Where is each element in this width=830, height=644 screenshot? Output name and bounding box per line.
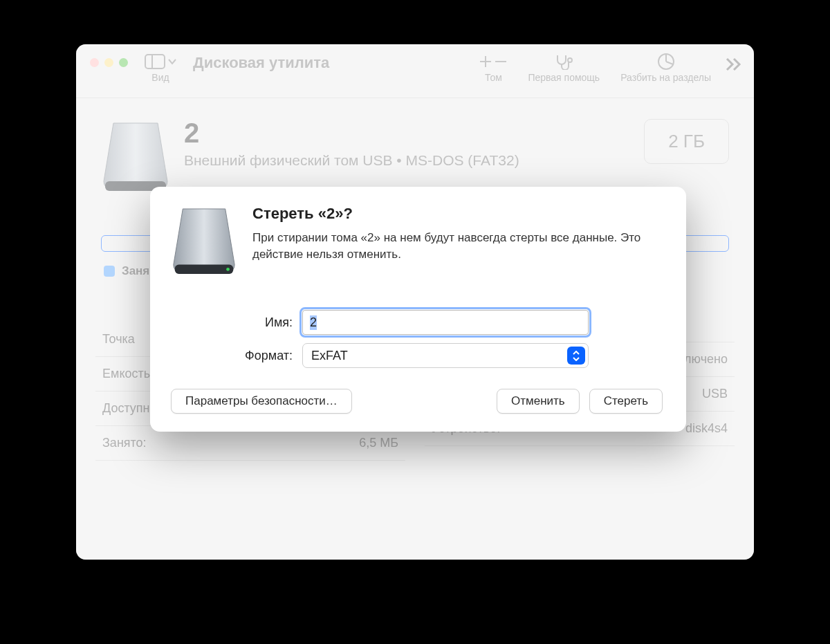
security-options-button[interactable]: Параметры безопасности… (171, 389, 352, 414)
name-field-label: Имя: (171, 315, 302, 330)
erase-button[interactable]: Стереть (589, 389, 663, 414)
svg-rect-8 (175, 265, 233, 274)
erase-dialog: Стереть «2»? При стирании тома «2» на не… (150, 187, 686, 432)
dialog-title: Стереть «2»? (252, 205, 663, 223)
select-stepper-icon (567, 347, 585, 365)
format-value: ExFAT (311, 349, 348, 363)
format-field-label: Формат: (171, 349, 302, 363)
format-select[interactable]: ExFAT (302, 343, 589, 368)
dialog-drive-icon (171, 205, 237, 281)
name-input[interactable] (302, 310, 589, 335)
svg-point-9 (226, 268, 230, 271)
dialog-message: При стирании тома «2» на нем будут навсе… (252, 230, 663, 263)
cancel-button[interactable]: Отменить (497, 389, 580, 414)
